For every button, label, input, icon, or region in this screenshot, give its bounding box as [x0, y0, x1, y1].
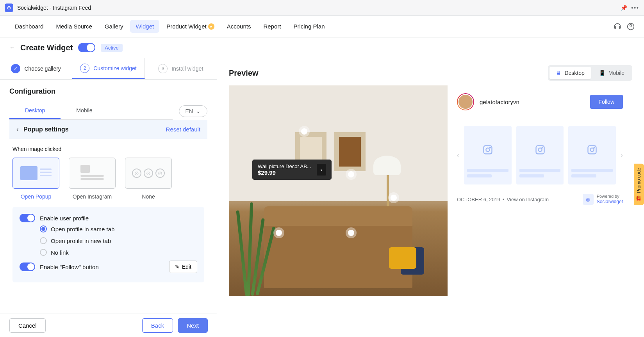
footer-actions: Cancel Back Next — [0, 314, 217, 337]
section-title: Popup settings — [23, 126, 69, 133]
gift-icon: 🎁 — [636, 195, 642, 201]
radio-same-tab[interactable]: Open profile in same tab — [40, 225, 197, 232]
nav-pricing[interactable]: Pricing Plan — [288, 20, 330, 33]
main-nav: Dashboard Media Source Gallery Widget Pr… — [0, 16, 644, 37]
product-tooltip: Wall picture Decor AB... $29.99 › — [252, 160, 332, 180]
tab-mobile[interactable]: Mobile — [61, 103, 108, 119]
edit-button[interactable]: ✎ Edit — [169, 261, 197, 273]
back-button[interactable]: Back — [142, 318, 173, 333]
username[interactable]: gelatofactoryvn — [480, 99, 585, 105]
promo-code-tab[interactable]: 🎁 Promo code — [634, 164, 644, 205]
radio-new-tab[interactable]: Open profile in new tab — [40, 237, 197, 244]
when-clicked-label: When image clicked — [12, 146, 204, 152]
headset-icon[interactable] — [614, 23, 621, 30]
nav-accounts[interactable]: Accounts — [221, 20, 257, 33]
cancel-button[interactable]: Cancel — [9, 318, 46, 333]
option-none[interactable]: ⊘⊘⊘ None — [125, 158, 172, 200]
preview-mobile-btn[interactable]: 📱 Mobile — [592, 67, 631, 79]
thumb-placeholder[interactable] — [568, 126, 616, 184]
option-open-popup[interactable]: Open Popup — [12, 158, 59, 200]
hotspot[interactable] — [348, 230, 354, 236]
more-icon[interactable]: ••• — [631, 5, 639, 11]
radio-icon — [40, 225, 47, 232]
svg-point-11 — [594, 147, 595, 148]
star-badge-icon: ★ — [208, 23, 214, 30]
product-name: Wall picture Decor AB... — [258, 163, 311, 169]
hotspot[interactable] — [276, 230, 282, 236]
thumb-placeholder[interactable] — [516, 126, 564, 184]
enable-profile-label: Enable user profile — [40, 215, 89, 222]
hotspot[interactable] — [348, 171, 354, 177]
help-icon[interactable] — [627, 23, 635, 30]
powered-by[interactable]: ◎ Powered by Socialwidget — [583, 194, 623, 205]
option-open-instagram[interactable]: Open Instagram — [69, 158, 116, 200]
radio-no-link[interactable]: No link — [40, 249, 197, 256]
step-choose-gallery[interactable]: ✓ Choose gallery — [0, 58, 72, 79]
preview-image: Wall picture Decor AB... $29.99 › — [229, 85, 448, 296]
tooltip-arrow-icon[interactable]: › — [317, 164, 326, 176]
nav-product-widget[interactable]: Product Widget★ — [161, 20, 220, 33]
app-icon — [5, 4, 13, 12]
wizard-steps: ✓ Choose gallery 2 Customize widget 3 In… — [0, 58, 217, 80]
status-badge: Active — [101, 44, 122, 52]
svg-point-1 — [9, 7, 10, 8]
configuration-heading: Configuration — [9, 87, 207, 96]
desktop-icon: 🖥 — [556, 70, 561, 76]
preview-heading: Preview — [229, 69, 259, 78]
svg-point-7 — [538, 148, 542, 151]
page-header: ← Create Widget Active — [0, 37, 644, 58]
socialwidget-icon: ◎ — [583, 194, 594, 205]
popup-settings-header: ‹ Popup settings Reset default — [9, 120, 207, 139]
preview-device-switch: 🖥 Desktop 📱 Mobile — [548, 65, 632, 81]
thumb-prev-icon[interactable]: ‹ — [457, 151, 459, 160]
enable-follow-toggle[interactable] — [20, 263, 35, 271]
language-select[interactable]: EN ⌄ — [179, 105, 207, 117]
app-title: Socialwidget - Instagram Feed — [17, 5, 91, 11]
edit-icon: ✎ — [175, 264, 180, 270]
reset-default-link[interactable]: Reset default — [166, 126, 200, 133]
mobile-icon: 📱 — [599, 70, 605, 76]
nav-media-source[interactable]: Media Source — [50, 20, 98, 33]
avatar[interactable] — [457, 93, 474, 110]
check-icon: ✓ — [11, 64, 20, 73]
svg-point-5 — [489, 147, 490, 148]
product-price: $29.99 — [258, 169, 311, 176]
radio-icon — [40, 237, 47, 244]
view-on-instagram-link[interactable]: View on Instagram — [507, 197, 549, 202]
radio-icon — [40, 249, 47, 256]
step-install-widget[interactable]: 3 Install widget — [145, 58, 217, 79]
enable-profile-toggle[interactable] — [20, 214, 35, 222]
titlebar: Socialwidget - Instagram Feed 📌 ••• — [0, 0, 644, 16]
svg-point-10 — [590, 148, 594, 151]
thumb-placeholder[interactable] — [464, 126, 512, 184]
nav-dashboard[interactable]: Dashboard — [9, 20, 49, 33]
hotspot[interactable] — [301, 128, 307, 135]
thumb-next-icon[interactable]: › — [621, 151, 623, 160]
nav-report[interactable]: Report — [258, 20, 286, 33]
chevron-left-icon[interactable]: ‹ — [16, 125, 19, 133]
active-toggle[interactable] — [78, 43, 95, 52]
preview-canvas: Wall picture Decor AB... $29.99 › gelato… — [229, 85, 632, 296]
nav-widget[interactable]: Widget — [130, 20, 159, 33]
svg-point-4 — [486, 148, 489, 151]
tab-desktop[interactable]: Desktop — [9, 103, 61, 119]
back-arrow-icon[interactable]: ← — [9, 44, 15, 51]
next-button[interactable]: Next — [178, 318, 208, 333]
follow-button[interactable]: Follow — [590, 95, 623, 109]
nav-gallery[interactable]: Gallery — [99, 20, 129, 33]
page-title: Create Widget — [20, 43, 73, 52]
hotspot[interactable] — [391, 195, 397, 201]
svg-point-8 — [542, 147, 542, 148]
post-date: OCTOBER 6, 2019 — [457, 197, 500, 202]
step-customize-widget[interactable]: 2 Customize widget — [72, 58, 144, 79]
chevron-down-icon: ⌄ — [196, 108, 201, 114]
enable-follow-label: Enable "Follow" button — [40, 264, 99, 270]
preview-desktop-btn[interactable]: 🖥 Desktop — [549, 67, 590, 79]
pin-icon[interactable]: 📌 — [621, 5, 627, 11]
preview-sidebar: gelatofactoryvn Follow ‹ — [448, 85, 632, 296]
